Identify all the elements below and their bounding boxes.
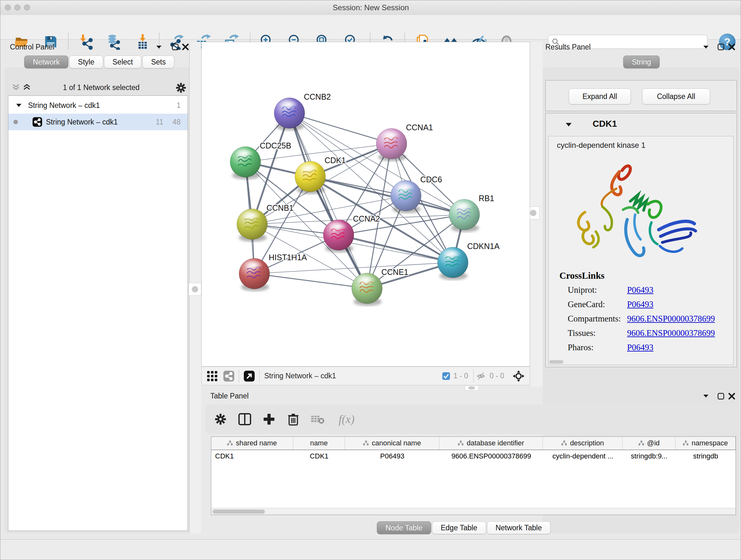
node-label: CCNE1 xyxy=(381,267,408,276)
tab-string[interactable]: String xyxy=(623,56,660,68)
network-collection-row[interactable]: String Network – cdk1 1 xyxy=(8,97,188,114)
gene-section-header[interactable]: CDK1 xyxy=(545,113,737,136)
node-CCNA1[interactable]: CCNA1 xyxy=(376,123,433,161)
node-table: shared namenamecanonical namedatabase id… xyxy=(211,436,736,515)
crosslink-link[interactable]: P06493 xyxy=(627,285,654,295)
table-cell[interactable]: stringdb xyxy=(676,450,736,462)
table-cell[interactable]: CDK1 xyxy=(211,450,293,462)
table-panel-close-icon[interactable] xyxy=(728,392,736,400)
network-graph[interactable]: CCNB2CCNA1CDC25BCDK1CDC6RB1CCNB1CCNA2CDK… xyxy=(202,42,530,366)
network-list: String Network – cdk1 1 String Network –… xyxy=(8,96,188,531)
table-settings-gear-icon[interactable] xyxy=(213,412,228,427)
selected-checkbox-icon[interactable] xyxy=(442,372,450,380)
tab-network-table[interactable]: Network Table xyxy=(487,521,550,534)
table-panel-float-icon[interactable] xyxy=(717,392,725,400)
add-column-icon[interactable] xyxy=(261,412,277,427)
toolbar-separator xyxy=(473,370,474,382)
table-cell[interactable]: stringdb:9... xyxy=(623,450,676,462)
network-edge-count: 48 xyxy=(172,118,181,126)
tab-edge-table[interactable]: Edge Table xyxy=(432,521,486,534)
table-panel-menu-icon[interactable] xyxy=(702,393,710,398)
hidden-node-edge-count: 0 - 0 xyxy=(489,372,504,380)
crosslinks-list: Uniprot:P06493GeneCard:P06493Compartment… xyxy=(549,283,733,355)
column-header-@id[interactable]: @id xyxy=(623,437,676,449)
control-panel-menu-icon[interactable] xyxy=(155,44,162,50)
title-bar: Session: New Session xyxy=(0,0,741,15)
selected-node-edge-count: 1 - 0 xyxy=(454,372,468,380)
node-HIST1H1A[interactable]: HIST1H1A xyxy=(239,253,307,291)
crosslink-link[interactable]: 9606.ENSP00000378699 xyxy=(627,314,715,324)
network-selection-status: 1 of 1 Network selected xyxy=(63,83,139,92)
column-header-canonical-name[interactable]: canonical name xyxy=(345,437,440,449)
crosslink-link[interactable]: P06493 xyxy=(627,300,654,309)
node-RB1[interactable]: RB1 xyxy=(449,194,494,232)
column-header-name[interactable]: name xyxy=(293,437,345,449)
node-label: CCNB2 xyxy=(304,92,331,101)
function-builder-icon[interactable]: f(x) xyxy=(332,412,361,427)
show-columns-icon[interactable] xyxy=(237,412,253,427)
results-panel-float-icon[interactable] xyxy=(717,43,725,51)
table-cell[interactable]: P06493 xyxy=(345,450,440,462)
import-network-database-button[interactable] xyxy=(105,32,123,51)
section-collapse-triangle-icon[interactable] xyxy=(565,122,572,127)
splitter-handle[interactable] xyxy=(189,283,201,296)
import-table-button[interactable] xyxy=(134,32,151,51)
collection-expand-triangle-icon[interactable] xyxy=(16,103,22,108)
expand-all-button[interactable]: Expand All xyxy=(569,88,631,105)
table-horizontal-scrollbar[interactable] xyxy=(211,508,736,515)
grid-view-icon[interactable] xyxy=(207,371,218,381)
crosslink-link[interactable]: P06493 xyxy=(627,343,654,353)
network-options-gear-icon[interactable] xyxy=(175,82,187,94)
edge-CCNB2-CCNE1[interactable] xyxy=(289,113,367,288)
crosslink-label: Tissues: xyxy=(568,328,627,338)
edge-HIST1H1A-CCNE1[interactable] xyxy=(254,273,367,288)
tab-sets[interactable]: Sets xyxy=(142,56,174,68)
control-panel-tabs: NetworkStyleSelectSets xyxy=(24,56,174,68)
table-cell[interactable]: CDK1 xyxy=(293,450,345,462)
column-header-description[interactable]: description xyxy=(543,437,623,449)
crosslink-row: GeneCard:P06493 xyxy=(549,297,733,312)
results-scrollbar-thumb[interactable] xyxy=(549,360,563,364)
gene-detail-panel: cyclin-dependent kinase 1 CrossLinks Uni… xyxy=(548,136,734,365)
edge-CCNB2-CCNA1[interactable] xyxy=(289,113,392,144)
node-label: HIST1H1A xyxy=(269,253,307,262)
birdseye-crosshair-icon[interactable] xyxy=(513,370,525,382)
horizontal-splitter-handle[interactable] xyxy=(465,385,479,390)
results-panel-close-icon[interactable] xyxy=(728,43,736,51)
detach-view-icon[interactable] xyxy=(244,370,255,382)
tab-style[interactable]: Style xyxy=(69,56,103,68)
delete-table-icon[interactable] xyxy=(310,412,325,427)
network-status-dot-icon xyxy=(13,120,18,124)
tab-node-table[interactable]: Node Table xyxy=(377,521,431,534)
crosslink-link[interactable]: 9606.ENSP00000378699 xyxy=(627,328,715,338)
table-cell[interactable]: cyclin-dependent ... xyxy=(543,450,623,462)
node-CDKN1A[interactable]: CDKN1A xyxy=(437,242,500,280)
node-label: CDKN1A xyxy=(467,242,500,251)
column-header-namespace[interactable]: namespace xyxy=(676,437,736,449)
results-panel-menu-icon[interactable] xyxy=(702,44,710,50)
network-canvas[interactable]: CCNB2CCNA1CDC25BCDK1CDC6RB1CCNB1CCNA2CDK… xyxy=(201,42,530,367)
node-CCNB2[interactable]: CCNB2 xyxy=(274,92,331,131)
network-label: String Network – cdk1 xyxy=(46,118,118,126)
tab-network[interactable]: Network xyxy=(24,56,68,68)
import-network-icon xyxy=(79,34,95,50)
import-network-button[interactable] xyxy=(78,32,96,51)
edge-CCNA2-CDKN1A[interactable] xyxy=(339,235,453,262)
collapse-all-tree-icon[interactable] xyxy=(12,83,20,92)
delete-column-icon[interactable] xyxy=(286,412,301,427)
expand-all-tree-icon[interactable] xyxy=(23,83,31,92)
hidden-eye-slash-icon[interactable] xyxy=(475,371,486,381)
crosslink-row: Tissues:9606.ENSP00000378699 xyxy=(549,326,733,340)
collapse-all-button[interactable]: Collapse All xyxy=(642,88,710,105)
toolbar-separator xyxy=(239,370,239,382)
table-cell[interactable]: 9606.ENSP00000378699 xyxy=(440,450,543,462)
control-panel-close-icon[interactable] xyxy=(182,43,189,51)
control-panel-float-icon[interactable] xyxy=(172,43,179,51)
node-CDK1[interactable]: CDK1 xyxy=(295,156,346,194)
column-header-database-identifier[interactable]: database identifier xyxy=(440,437,543,449)
network-share-icon[interactable] xyxy=(223,371,234,381)
network-row-selected[interactable]: String Network – cdk1 11 48 xyxy=(8,114,188,130)
table-row[interactable]: CDK1CDK1P064939606.ENSP00000378699cyclin… xyxy=(211,450,736,462)
column-header-shared-name[interactable]: shared name xyxy=(211,437,293,449)
tab-select[interactable]: Select xyxy=(104,56,142,68)
